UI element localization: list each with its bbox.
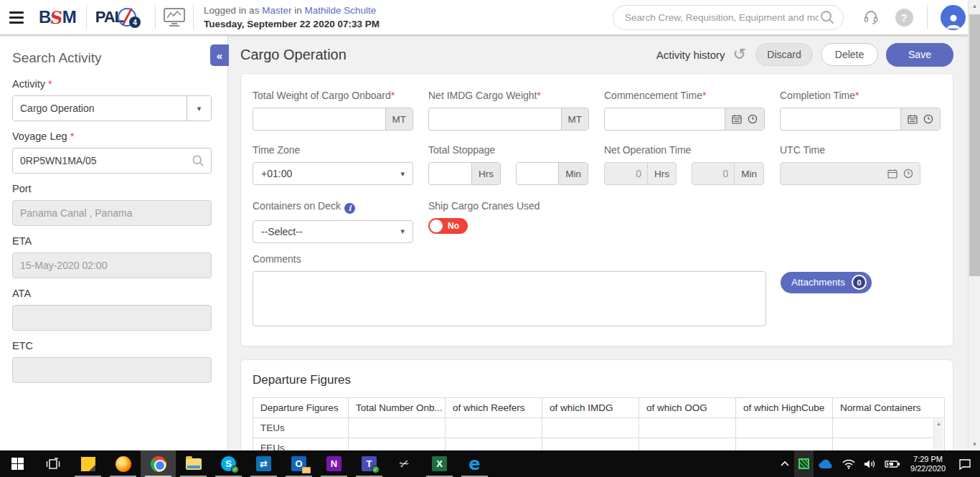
delete-button[interactable]: Delete: [821, 43, 878, 66]
voyage-leg-input[interactable]: [12, 148, 212, 174]
time-zone-label: Time Zone: [253, 144, 413, 156]
start-button[interactable]: [0, 450, 35, 477]
vessel-link[interactable]: Mathilde Schulte: [304, 5, 376, 16]
action-center-icon[interactable]: [951, 450, 980, 477]
activity-history-icon[interactable]: ↺: [733, 47, 746, 62]
panel-title: Search Activity: [12, 50, 212, 66]
login-line: Logged in as Master in Mathilde Schulte: [204, 4, 380, 17]
onenote-icon[interactable]: N: [316, 450, 352, 477]
clock-icon[interactable]: [748, 114, 758, 124]
volume-icon[interactable]: [859, 450, 880, 477]
total-stoppage-hrs-input[interactable]: [429, 163, 471, 184]
help-icon[interactable]: ?: [888, 0, 920, 34]
search-icon[interactable]: [191, 154, 205, 168]
tray-clock[interactable]: 7:29 PM 9/22/2020: [905, 455, 951, 473]
global-search[interactable]: [613, 5, 844, 30]
outlook-icon[interactable]: O: [281, 450, 316, 477]
tray-chevron-up-icon[interactable]: [776, 450, 794, 477]
save-button[interactable]: Save: [886, 43, 953, 67]
dashboard-chart-icon[interactable]: [156, 0, 193, 34]
table-cell[interactable]: [446, 417, 542, 438]
table-cell[interactable]: [736, 438, 833, 450]
unit-min: Min: [558, 163, 588, 184]
scroll-down-arrow[interactable]: ▼: [969, 438, 980, 450]
support-headset-icon[interactable]: [854, 0, 888, 34]
table-cell[interactable]: [833, 438, 945, 450]
header-actions: ?: [844, 0, 980, 34]
task-view-button[interactable]: [35, 450, 70, 477]
cranes-used-toggle[interactable]: No: [428, 218, 468, 234]
pal-logo[interactable]: PAL 4: [87, 8, 155, 27]
skype-icon[interactable]: S✓: [211, 450, 246, 477]
calendar-icon[interactable]: [908, 114, 918, 124]
comments-textarea[interactable]: [253, 271, 766, 326]
scrollbar-thumb[interactable]: [969, 14, 980, 276]
attachments-button[interactable]: Attachments 0: [781, 272, 872, 293]
battery-icon[interactable]: [880, 450, 905, 477]
top-header-bar: BSM PAL 4 Logged in as Master in Mathild…: [0, 0, 980, 35]
table-scrollbar[interactable]: ▲: [933, 419, 943, 451]
col-of-which-oog: of which OOG: [639, 397, 736, 417]
completion-time-label: Completion Time*: [780, 90, 941, 101]
total-weight-input[interactable]: [253, 108, 385, 130]
hamburger-menu-icon[interactable]: [0, 11, 33, 24]
clock-icon[interactable]: [923, 114, 933, 124]
table-cell[interactable]: [349, 438, 446, 450]
utc-time-label: UTC Time: [780, 144, 941, 156]
voyage-leg-label: Voyage Leg *: [12, 131, 212, 142]
excel-icon[interactable]: X: [422, 450, 457, 477]
unit-hrs: Hrs: [647, 163, 676, 184]
net-imdg-input[interactable]: [429, 108, 561, 130]
user-avatar[interactable]: [941, 5, 966, 30]
page-scrollbar[interactable]: ▲ ▼: [968, 0, 980, 450]
teams-icon[interactable]: T✓: [352, 450, 387, 477]
cargo-operation-form: Total Weight of Cargo Onboard* MT Net IM…: [240, 73, 953, 346]
unit-mt: MT: [561, 108, 589, 130]
system-tray: 7:29 PM 9/22/2020: [776, 450, 980, 477]
table-cell[interactable]: [542, 438, 639, 450]
chevron-down-icon[interactable]: ▾: [187, 96, 211, 121]
table-cell[interactable]: [736, 417, 833, 438]
edge-icon[interactable]: e: [457, 450, 492, 477]
activity-select[interactable]: ▾: [12, 95, 212, 121]
toggle-knob: [430, 219, 443, 232]
completion-time-input[interactable]: [781, 108, 900, 130]
windows-taskbar: S✓ ⇄ O N T✓ ✂ X e 7:29 PM: [0, 450, 980, 477]
activity-select-value[interactable]: [13, 96, 187, 121]
table-cell[interactable]: [833, 417, 945, 438]
scroll-up-arrow[interactable]: ▲: [969, 0, 980, 12]
attachments-count-badge: 0: [852, 275, 867, 290]
discard-button[interactable]: Discard: [755, 43, 813, 66]
etc-label: ETC: [12, 340, 212, 351]
collapse-panel-button[interactable]: «: [210, 44, 229, 66]
table-cell[interactable]: [446, 438, 542, 450]
total-stoppage-min-input[interactable]: [517, 163, 558, 184]
file-explorer-icon[interactable]: [176, 450, 211, 477]
commencement-time-input[interactable]: [605, 108, 725, 130]
unit-hrs: Hrs: [471, 163, 500, 184]
teamviewer-icon[interactable]: ⇄: [246, 450, 281, 477]
search-icon[interactable]: [819, 9, 836, 26]
onedrive-icon[interactable]: [814, 450, 838, 477]
firefox-icon[interactable]: [105, 450, 141, 477]
time-zone-select[interactable]: +01:00 ▾: [253, 162, 413, 185]
table-cell[interactable]: [349, 417, 446, 438]
role-link[interactable]: Master: [262, 5, 291, 16]
bsm-logo[interactable]: BSM: [33, 7, 86, 28]
global-search-input[interactable]: [625, 12, 819, 23]
table-cell[interactable]: [639, 438, 736, 450]
snipping-tool-icon[interactable]: ✂: [387, 450, 422, 477]
table-cell[interactable]: [542, 417, 639, 438]
eta-input: [12, 252, 212, 278]
info-icon[interactable]: i: [344, 203, 355, 214]
calendar-icon[interactable]: [732, 114, 742, 124]
chrome-icon[interactable]: [141, 450, 176, 477]
tray-app-icon[interactable]: [794, 450, 814, 477]
wifi-icon[interactable]: [838, 450, 859, 477]
cranes-used-label: Ship Cargo Cranes Used: [428, 200, 589, 212]
table-cell[interactable]: [639, 417, 736, 438]
containers-on-deck-select[interactable]: --Select-- ▾: [253, 220, 413, 243]
screen: BSM PAL 4 Logged in as Master in Mathild…: [0, 0, 980, 477]
row-label: FEUs: [253, 438, 349, 450]
sticky-notes-icon[interactable]: [70, 450, 105, 477]
